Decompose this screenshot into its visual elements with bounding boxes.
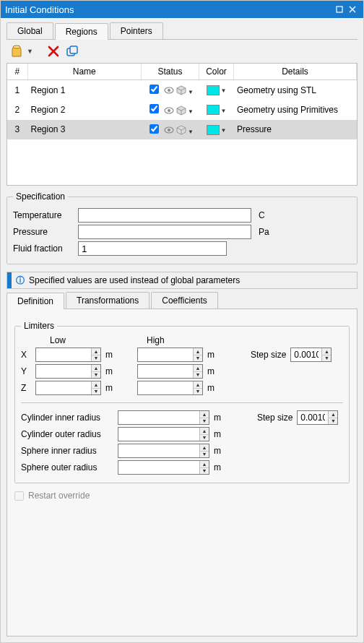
col-name[interactable]: Name [27,64,142,80]
spin-up-icon[interactable]: ▲ [200,428,209,435]
spin-arrows[interactable]: ▲▼ [91,381,100,394]
spin-field[interactable] [138,381,193,394]
spin-down-icon[interactable]: ▼ [200,468,209,475]
geometry-icon[interactable] [176,85,186,98]
spin-field[interactable] [36,381,91,394]
spin-input[interactable]: ▲▼ [290,348,332,362]
spin-arrows[interactable]: ▲▼ [199,428,209,441]
spin-down-icon[interactable]: ▼ [92,355,100,362]
subtab-transformations[interactable]: Transformations [66,292,150,308]
spin-up-icon[interactable]: ▲ [194,365,202,372]
spin-field[interactable] [118,444,199,457]
spin-arrows[interactable]: ▲▼ [193,365,202,378]
spin-field[interactable] [36,365,91,378]
color-dropdown-icon[interactable]: ▼ [220,87,227,94]
spin-arrows[interactable]: ▲▼ [199,461,209,474]
spin-field[interactable] [298,411,328,424]
spin-arrows[interactable]: ▲▼ [199,444,209,457]
subtab-definition[interactable]: Definition [6,293,64,309]
spin-down-icon[interactable]: ▼ [329,418,337,425]
temperature-input[interactable] [78,208,251,223]
spin-input[interactable]: ▲▼ [137,348,203,362]
restart-override-checkbox[interactable] [14,491,24,501]
status-dropdown-icon[interactable]: ▼ [186,108,194,115]
spin-down-icon[interactable]: ▼ [200,418,209,425]
spin-field[interactable] [36,348,91,361]
row-color-swatch[interactable] [207,125,220,135]
spin-up-icon[interactable]: ▲ [92,348,100,355]
geometry-icon[interactable] [176,125,186,137]
spin-up-icon[interactable]: ▲ [194,381,202,389]
spin-down-icon[interactable]: ▼ [200,435,209,441]
row-status-checkbox[interactable] [150,124,159,134]
spin-up-icon[interactable]: ▲ [92,365,100,372]
table-row[interactable]: 1Region 1 ▼▼Geometry using STL [7,80,357,100]
spin-input[interactable]: ▲▼ [118,410,209,425]
spin-down-icon[interactable]: ▼ [92,372,100,379]
spin-arrows[interactable]: ▲▼ [91,365,100,378]
spin-field[interactable] [138,348,193,361]
spin-down-icon[interactable]: ▼ [194,389,202,395]
spin-input[interactable]: ▲▼ [35,364,101,379]
spin-input[interactable]: ▲▼ [118,427,209,441]
color-dropdown-icon[interactable]: ▼ [220,108,227,114]
spin-input[interactable]: ▲▼ [35,381,101,395]
spin-input[interactable]: ▲▼ [118,444,209,458]
spin-field[interactable] [291,348,321,361]
spin-down-icon[interactable]: ▼ [194,355,202,362]
visibility-icon[interactable] [164,106,174,117]
subtab-coefficients[interactable]: Coefficients [151,292,217,308]
spin-input[interactable]: ▲▼ [35,348,101,362]
table-row[interactable]: 2Region 2 ▼▼Geometry using Primitives [7,100,357,119]
spin-up-icon[interactable]: ▲ [322,348,331,355]
fluid-fraction-input[interactable] [78,241,227,256]
spin-field[interactable] [118,461,199,474]
visibility-icon[interactable] [164,126,174,137]
spin-field[interactable] [118,411,199,424]
delete-region-icon[interactable] [46,44,61,59]
add-region-dropdown-icon[interactable]: ▼ [27,48,33,55]
status-dropdown-icon[interactable]: ▼ [186,89,194,95]
row-status-checkbox[interactable] [150,104,159,113]
restore-icon[interactable] [333,4,346,15]
color-dropdown-icon[interactable]: ▼ [220,127,227,134]
spin-down-icon[interactable]: ▼ [322,355,331,362]
col-status[interactable]: Status [142,64,199,80]
spin-input[interactable]: ▲▼ [297,410,338,425]
col-index[interactable]: # [7,64,27,80]
col-details[interactable]: Details [234,64,357,80]
spin-arrows[interactable]: ▲▼ [321,348,331,361]
spin-arrows[interactable]: ▲▼ [193,381,202,394]
spin-up-icon[interactable]: ▲ [329,411,337,418]
spin-field[interactable] [118,428,199,441]
tab-regions[interactable]: Regions [55,23,108,40]
table-row[interactable]: 3Region 3 ▼▼Pressure [7,120,357,139]
spin-field[interactable] [138,365,193,378]
spin-down-icon[interactable]: ▼ [92,389,100,395]
spin-up-icon[interactable]: ▲ [200,444,209,452]
spin-arrows[interactable]: ▲▼ [199,411,209,424]
row-color-swatch[interactable] [207,105,220,115]
visibility-icon[interactable] [164,86,174,97]
row-color-swatch[interactable] [207,85,220,95]
tab-pointers[interactable]: Pointers [110,22,163,39]
spin-up-icon[interactable]: ▲ [92,381,100,389]
spin-down-icon[interactable]: ▼ [194,372,202,379]
spin-input[interactable]: ▲▼ [137,381,203,395]
spin-input[interactable]: ▲▼ [118,460,209,475]
spin-up-icon[interactable]: ▲ [194,348,202,355]
add-region-icon[interactable] [9,44,24,59]
spin-up-icon[interactable]: ▲ [200,461,209,468]
geometry-icon[interactable] [176,105,186,118]
duplicate-region-icon[interactable] [65,44,79,59]
spin-arrows[interactable]: ▲▼ [193,348,202,361]
status-dropdown-icon[interactable]: ▼ [186,129,194,135]
close-icon[interactable] [346,4,359,15]
spin-arrows[interactable]: ▲▼ [328,411,337,424]
spin-down-icon[interactable]: ▼ [200,452,209,458]
spin-up-icon[interactable]: ▲ [200,411,209,418]
spin-arrows[interactable]: ▲▼ [91,348,100,361]
col-color[interactable]: Color [199,64,234,80]
tab-global[interactable]: Global [6,22,53,39]
row-status-checkbox[interactable] [150,85,159,94]
